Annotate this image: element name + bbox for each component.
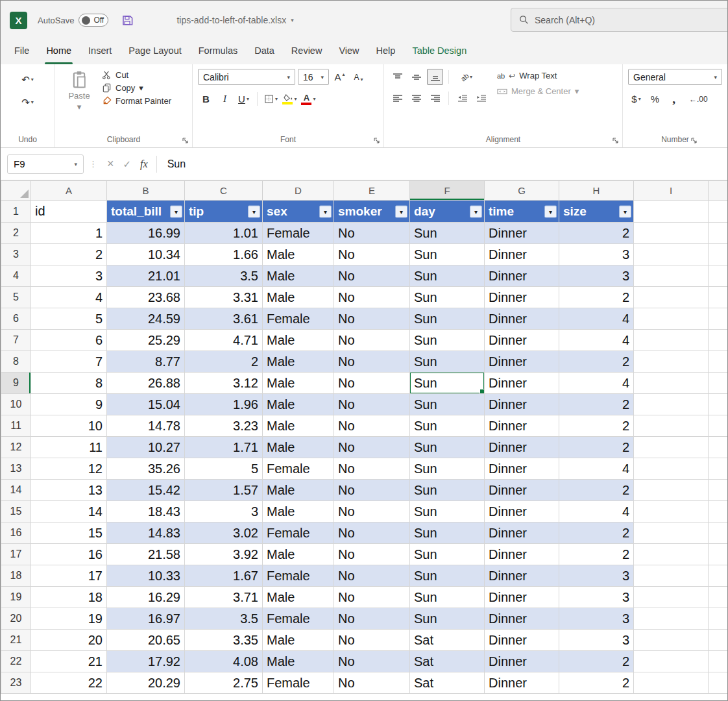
cell[interactable]: Sun [410,265,485,287]
cell-empty[interactable] [634,544,709,565]
menu-tab-file[interactable]: File [6,40,38,64]
cell-id[interactable]: 14 [31,501,107,523]
decrease-indent-button[interactable] [454,90,470,106]
cell[interactable]: 14.78 [107,415,185,437]
copy-button[interactable]: Copy ▾ [102,83,171,93]
borders-button[interactable]: ▾ [263,91,279,107]
cell-empty[interactable] [634,501,709,523]
cell[interactable]: Dinner [485,480,559,501]
cell[interactable]: 26.88 [107,373,185,394]
column-header-d[interactable]: D [263,181,334,201]
cell[interactable]: 15.04 [107,394,185,415]
cell[interactable]: Sun [410,244,485,265]
clipboard-dialog-launcher[interactable] [182,138,189,144]
cell[interactable]: 4.71 [185,330,263,351]
row-header-7[interactable]: 7 [1,330,31,351]
column-header-b[interactable]: B [107,181,185,201]
cell[interactable]: Sun [410,523,485,544]
select-all-corner[interactable] [1,181,31,201]
cell[interactable]: Sun [410,330,485,351]
cell[interactable]: Male [263,480,334,501]
column-header-h[interactable]: H [559,181,634,201]
cell[interactable]: Sun [410,437,485,458]
filter-dropdown-button[interactable]: ▾ [319,205,332,217]
number-format-combobox[interactable]: General▾ [628,69,722,85]
cell[interactable]: Dinner [485,265,559,287]
row-header-3[interactable]: 3 [1,244,31,265]
cell[interactable]: Female [263,672,334,694]
italic-button[interactable]: I [217,91,233,107]
cell[interactable]: No [334,330,410,351]
cell[interactable]: 3.35 [185,630,263,651]
cut-button[interactable]: Cut [102,70,171,80]
cell[interactable]: No [334,523,410,544]
filter-dropdown-button[interactable]: ▾ [619,205,631,217]
menu-tab-home[interactable]: Home [38,40,80,64]
cell[interactable]: Dinner [485,501,559,523]
cell[interactable]: No [334,265,410,287]
cell-id[interactable]: 16 [31,544,107,565]
cell[interactable]: Sun [410,287,485,308]
accounting-format-button[interactable]: $▾ [628,91,644,107]
cell[interactable]: No [334,244,410,265]
cell[interactable]: 3 [559,608,634,630]
row-header-10[interactable]: 10 [1,394,31,415]
cell[interactable]: 2 [185,351,263,373]
cell[interactable]: 1.57 [185,480,263,501]
cell-id[interactable]: 15 [31,523,107,544]
cell-empty[interactable] [634,201,709,223]
number-dialog-launcher[interactable] [691,138,698,144]
cell-empty[interactable] [634,223,709,244]
cell-empty[interactable] [634,394,709,415]
cell[interactable]: 3.92 [185,544,263,565]
cell[interactable]: Female [263,608,334,630]
cell[interactable]: Female [263,308,334,330]
cell-id[interactable]: 3 [31,265,107,287]
cell[interactable]: No [334,223,410,244]
menu-tab-help[interactable]: Help [368,40,404,64]
cell[interactable]: Male [263,330,334,351]
cell[interactable]: Sun [410,415,485,437]
cell[interactable]: Female [263,223,334,244]
decrease-font-size-button[interactable]: A▾ [350,69,367,85]
cell[interactable]: Sun [410,458,485,480]
cell[interactable]: 14.83 [107,523,185,544]
cell[interactable]: Male [263,651,334,672]
cell[interactable]: 15.42 [107,480,185,501]
cell[interactable]: Dinner [485,223,559,244]
font-dialog-launcher[interactable] [374,138,380,144]
name-box[interactable]: F9 ▾ [7,154,84,174]
cell-empty[interactable] [709,544,728,565]
cell-id[interactable]: 21 [31,651,107,672]
cell-empty[interactable] [634,373,709,394]
middle-align-button[interactable] [408,69,424,85]
document-title[interactable]: tips-add-to-left-of-table.xlsx ▾ [176,15,293,25]
cell-empty[interactable] [634,265,709,287]
cell[interactable]: 10.34 [107,244,185,265]
cell[interactable]: 17.92 [107,651,185,672]
search-box[interactable]: Search (Alt+Q) [511,8,728,32]
cell[interactable]: Dinner [485,287,559,308]
row-header-14[interactable]: 14 [1,480,31,501]
cell[interactable]: 3.02 [185,523,263,544]
cell[interactable]: Sun [410,480,485,501]
cell[interactable]: No [334,651,410,672]
cell[interactable]: 3.61 [185,308,263,330]
table-header-time[interactable]: time▾ [485,201,559,223]
cell[interactable]: 2 [559,415,634,437]
cell[interactable]: 3 [559,244,634,265]
filter-dropdown-button[interactable]: ▾ [170,205,182,217]
cell-empty[interactable] [709,351,728,373]
cell-id[interactable]: 4 [31,287,107,308]
row-header-23[interactable]: 23 [1,672,31,694]
cell[interactable]: 2 [559,437,634,458]
font-size-combobox[interactable]: 16▾ [298,69,329,85]
cell-empty[interactable] [709,201,728,223]
cell[interactable]: 16.99 [107,223,185,244]
menu-tab-formulas[interactable]: Formulas [190,40,246,64]
cell[interactable]: 2 [559,223,634,244]
cell[interactable]: 3.31 [185,287,263,308]
cell[interactable]: Dinner [485,630,559,651]
column-header-partial[interactable] [709,181,728,201]
filter-dropdown-button[interactable]: ▾ [248,205,260,217]
